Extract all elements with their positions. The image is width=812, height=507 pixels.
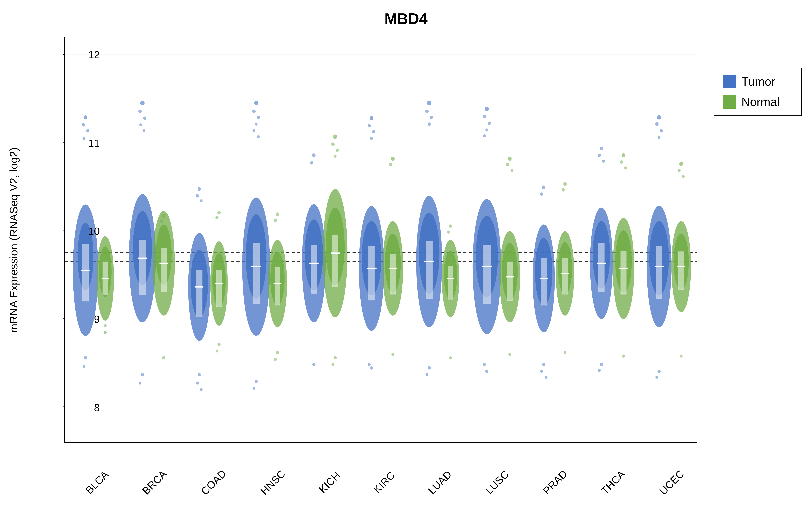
y-tick-label-8: 8 <box>94 402 100 413</box>
x-label-coad: COAD <box>199 467 229 497</box>
legend-item-tumor: Tumor <box>723 75 793 89</box>
x-label-prad: PRAD <box>541 468 570 497</box>
chart-container: MBD4 mRNA Expression (RNASeq V2, log2) <box>0 0 812 507</box>
y-axis-label: mRNA Expression (RNASeq V2, log2) <box>0 37 27 443</box>
y-tick-label-10: 10 <box>88 225 100 237</box>
y-tick-label-12: 12 <box>88 49 100 61</box>
y-tick-label-9: 9 <box>94 313 100 325</box>
legend-swatch-normal <box>723 95 737 109</box>
x-label-brca: BRCA <box>140 468 169 497</box>
x-label-lusc: LUSC <box>483 468 511 497</box>
x-label-kich: KICH <box>316 469 343 496</box>
legend: Tumor Normal <box>714 68 802 116</box>
x-label-hnsc: HNSC <box>258 468 288 497</box>
x-label-ucec: UCEC <box>657 468 686 497</box>
legend-label-tumor: Tumor <box>742 75 775 89</box>
legend-swatch-tumor <box>723 75 737 89</box>
chart-title: MBD4 <box>0 10 812 27</box>
y-axis-ticks: 12 11 10 9 8 <box>41 37 812 443</box>
y-tick-label-11: 11 <box>88 137 100 149</box>
x-label-kirc: KIRC <box>371 469 397 496</box>
legend-label-normal: Normal <box>742 95 780 109</box>
legend-item-normal: Normal <box>723 95 793 109</box>
x-label-thca: THCA <box>599 468 627 497</box>
x-axis-labels: BLCA BRCA COAD HNSC KICH KIRC LUAD LUSC … <box>64 476 697 490</box>
x-label-blca: BLCA <box>83 468 111 496</box>
x-label-luad: LUAD <box>426 468 454 497</box>
